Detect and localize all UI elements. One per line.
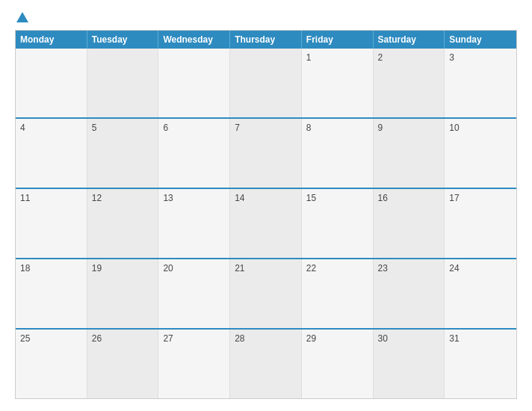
cal-cell: 15 xyxy=(302,189,374,258)
logo-triangle-icon xyxy=(16,12,28,22)
cal-cell: 25 xyxy=(16,330,87,398)
cal-cell: 27 xyxy=(158,330,230,398)
cal-cell: 2 xyxy=(374,49,445,117)
logo xyxy=(15,12,28,22)
cal-cell: 28 xyxy=(230,330,302,398)
day-number: 21 xyxy=(235,263,244,274)
cal-cell: 12 xyxy=(87,189,159,258)
day-number: 2 xyxy=(378,52,383,63)
day-number: 23 xyxy=(378,263,388,274)
cal-cell: 17 xyxy=(445,189,516,258)
cal-cell xyxy=(158,49,230,117)
calendar-header: MondayTuesdayWednesdayThursdayFridaySatu… xyxy=(16,31,516,49)
day-number: 16 xyxy=(378,193,388,203)
day-number: 10 xyxy=(449,123,459,133)
cal-cell: 6 xyxy=(158,119,230,188)
cal-cell: 23 xyxy=(374,259,445,328)
day-number: 12 xyxy=(92,193,102,203)
cal-cell: 22 xyxy=(302,259,374,328)
header-day-sunday: Sunday xyxy=(445,31,516,49)
header-day-wednesday: Wednesday xyxy=(158,31,230,49)
cal-cell: 16 xyxy=(374,189,445,258)
cal-cell: 14 xyxy=(230,189,302,258)
cal-cell: 1 xyxy=(302,49,374,117)
cal-cell: 5 xyxy=(87,119,159,188)
day-number: 4 xyxy=(20,123,25,133)
header-day-saturday: Saturday xyxy=(374,31,445,49)
cal-cell: 11 xyxy=(16,189,87,258)
calendar-body: 1234567891011121314151617181920212223242… xyxy=(16,49,516,398)
cal-cell: 10 xyxy=(445,119,516,188)
cal-cell: 18 xyxy=(16,259,87,328)
cal-cell: 19 xyxy=(87,259,159,328)
week-row-3: 11121314151617 xyxy=(16,189,516,259)
cal-cell: 8 xyxy=(302,119,374,188)
day-number: 31 xyxy=(449,333,459,344)
day-number: 9 xyxy=(378,123,383,133)
cal-cell: 26 xyxy=(87,330,159,398)
day-number: 11 xyxy=(20,193,30,203)
cal-cell: 7 xyxy=(230,119,302,188)
day-number: 20 xyxy=(163,263,173,274)
cal-cell xyxy=(87,49,159,117)
header-day-thursday: Thursday xyxy=(230,31,302,49)
day-number: 27 xyxy=(163,333,173,344)
day-number: 3 xyxy=(449,52,454,63)
day-number: 22 xyxy=(306,263,316,274)
day-number: 26 xyxy=(92,333,102,344)
cal-cell: 4 xyxy=(16,119,87,188)
header-day-friday: Friday xyxy=(302,31,374,49)
day-number: 1 xyxy=(306,52,312,63)
cal-cell: 20 xyxy=(158,259,230,328)
cal-cell: 24 xyxy=(445,259,516,328)
cal-cell: 31 xyxy=(445,330,516,398)
day-number: 14 xyxy=(235,193,244,203)
cal-cell: 29 xyxy=(302,330,374,398)
cal-cell xyxy=(16,49,87,117)
week-row-5: 25262728293031 xyxy=(16,330,516,398)
week-row-2: 45678910 xyxy=(16,119,516,189)
cal-cell: 21 xyxy=(230,259,302,328)
header xyxy=(15,12,517,22)
day-number: 17 xyxy=(449,193,459,203)
cal-cell: 9 xyxy=(374,119,445,188)
day-number: 13 xyxy=(163,193,173,203)
header-day-monday: Monday xyxy=(16,31,87,49)
day-number: 5 xyxy=(92,123,97,133)
day-number: 30 xyxy=(378,333,388,344)
day-number: 24 xyxy=(449,263,459,274)
day-number: 29 xyxy=(306,333,316,344)
day-number: 6 xyxy=(163,123,168,133)
cal-cell: 13 xyxy=(158,189,230,258)
cal-cell: 3 xyxy=(445,49,516,117)
cal-cell xyxy=(230,49,302,117)
page: MondayTuesdayWednesdayThursdayFridaySatu… xyxy=(0,0,532,411)
day-number: 19 xyxy=(92,263,102,274)
cal-cell: 30 xyxy=(374,330,445,398)
day-number: 25 xyxy=(20,333,30,344)
day-number: 28 xyxy=(235,333,244,344)
week-row-1: 123 xyxy=(16,49,516,119)
day-number: 7 xyxy=(235,123,240,133)
day-number: 8 xyxy=(306,123,312,133)
header-day-tuesday: Tuesday xyxy=(87,31,159,49)
week-row-4: 18192021222324 xyxy=(16,259,516,330)
day-number: 15 xyxy=(306,193,316,203)
calendar: MondayTuesdayWednesdayThursdayFridaySatu… xyxy=(15,30,517,399)
day-number: 18 xyxy=(20,263,30,274)
